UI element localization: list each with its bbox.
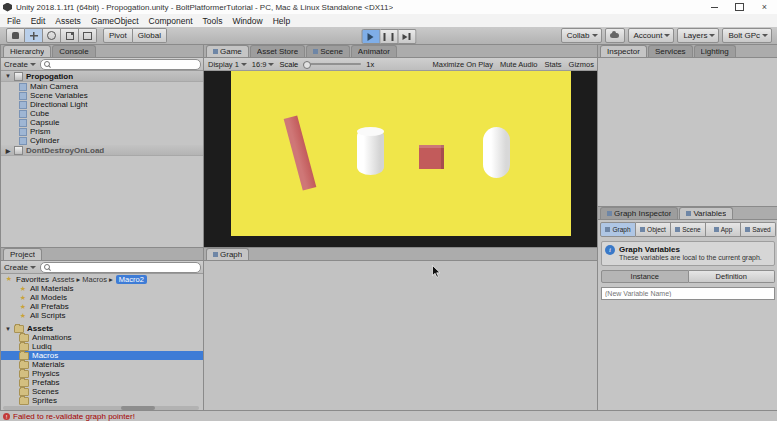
tab-inspector[interactable]: Inspector [600,45,647,57]
tab-variables[interactable]: Variables [679,207,733,219]
graph-canvas[interactable] [204,261,598,411]
hierarchy-search-input[interactable] [52,61,197,68]
folder-prefabs[interactable]: Prefabs [1,378,204,387]
folder-icon [14,325,24,333]
assets-root[interactable]: ▼ Assets [1,324,204,333]
hierarchy-item-main-camera[interactable]: Main Camera [1,82,204,91]
hierarchy-item-cube[interactable]: Cube [1,109,204,118]
project-tabstrip: Project [1,248,204,261]
tab-console[interactable]: Console [52,45,95,57]
scene-header-dontdestroyonload[interactable]: ▶ DontDestroyOnLoad [1,145,204,156]
foldout-closed-icon[interactable]: ▶ [5,147,11,154]
foldout-open-icon[interactable]: ▼ [5,326,11,332]
tab-graph[interactable]: Graph [206,248,249,260]
new-variable-input[interactable] [601,287,775,300]
menu-item-window[interactable]: Window [227,16,267,26]
tab-hierarchy[interactable]: Hierarchy [3,45,51,57]
scale-value: 1x [366,60,374,69]
inspector-panel: Inspector Services Lighting [597,44,777,208]
tab-scene[interactable]: Scene [306,45,350,57]
scope-tab-app[interactable]: App [706,222,741,237]
move-tool-button[interactable] [25,28,43,43]
layers-dropdown[interactable]: Layers [677,28,719,43]
account-dropdown[interactable]: Account [628,28,675,43]
folder-physics[interactable]: Physics [1,369,204,378]
tab-lighting[interactable]: Lighting [694,45,736,57]
step-button[interactable] [398,29,416,44]
menu-item-tools[interactable]: Tools [198,16,228,26]
hierarchy-item-capsule[interactable]: Capsule [1,118,204,127]
gizmos-dropdown[interactable]: Gizmos [569,60,594,69]
menu-item-assets[interactable]: Assets [50,16,86,26]
foldout-open-icon[interactable]: ▼ [5,73,11,79]
aspect-dropdown[interactable]: 16:9 [252,60,275,69]
stats-toggle[interactable]: Stats [544,60,561,69]
favorite-all-materials[interactable]: ★All Materials [1,284,204,293]
global-toggle-button[interactable]: Global [133,28,167,43]
folder-materials[interactable]: Materials [1,360,204,369]
hierarchy-item-scene-variables[interactable]: Scene Variables [1,91,204,100]
favorite-all-prefabs[interactable]: ★All Prefabs [1,302,204,311]
hierarchy-item-prism[interactable]: Prism [1,127,204,136]
folder-macros[interactable]: Macros [1,351,204,360]
statusbar[interactable]: ! Failed to re-validate graph pointer! [0,410,777,421]
tab-project[interactable]: Project [3,248,42,260]
scope-tab-object[interactable]: Object [636,222,671,237]
game-options: Maximize On Play Mute Audio Stats Gizmos [433,60,594,69]
menu-item-component[interactable]: Component [144,16,198,26]
rotate-tool-button[interactable] [43,28,61,43]
folder-scenes[interactable]: Scenes [1,387,204,396]
game-viewport[interactable] [204,71,598,249]
close-button[interactable]: × [752,0,777,14]
favorite-all-scripts[interactable]: ★All Scripts [1,311,204,320]
project-search-input[interactable] [52,264,197,271]
project-create-button[interactable]: Create [4,263,36,272]
minimize-button[interactable] [702,0,727,14]
folder-animations[interactable]: Animations [1,333,204,342]
scope-tab-scene[interactable]: Scene [671,222,706,237]
folder-sprites[interactable]: Sprites [1,396,204,405]
tab-graph-inspector[interactable]: Graph Inspector [600,207,678,219]
play-button[interactable] [361,29,380,44]
menu-item-gameobject[interactable]: GameObject [86,16,144,26]
layout-dropdown[interactable]: Bolt GPc [722,28,772,43]
folder-ludiq[interactable]: Ludiq [1,342,204,351]
display-dropdown[interactable]: Display 1 [208,60,247,69]
scale-slider[interactable] [303,63,361,65]
menu-item-help[interactable]: Help [268,16,295,26]
play-icon [368,33,374,41]
tab-asset-store[interactable]: Asset Store [250,45,305,57]
scene-header-propogation[interactable]: ▼ Propogation [1,71,204,82]
slider-knob[interactable] [303,61,311,69]
hierarchy-create-button[interactable]: Create [4,60,36,69]
menu-item-edit[interactable]: Edit [26,16,51,26]
transform-tools [6,28,97,43]
maximize-on-play-toggle[interactable]: Maximize On Play [433,60,493,69]
rect-tool-button[interactable] [79,28,97,43]
pivot-toggle-button[interactable]: Pivot [103,28,133,43]
scale-tool-button[interactable] [61,28,79,43]
tab-animator[interactable]: Animator [351,45,397,57]
tab-game[interactable]: Game [206,45,249,57]
pause-icon [384,33,394,41]
mode-tab-instance[interactable]: Instance [601,270,689,283]
hierarchy-item-cylinder[interactable]: Cylinder [1,136,204,145]
breadcrumb-path[interactable]: Assets ▸ Macros ▸ [52,275,113,284]
hierarchy-item-directional-light[interactable]: Directional Light [1,100,204,109]
collab-dropdown[interactable]: Collab [561,28,602,43]
project-tree: ★All Materials ★All Models ★All Prefabs … [1,284,204,405]
mute-audio-toggle[interactable]: Mute Audio [500,60,538,69]
scope-tab-saved[interactable]: Saved [741,222,776,237]
maximize-button[interactable] [727,0,752,14]
tab-services[interactable]: Services [648,45,693,57]
hierarchy-searchbox [40,59,201,70]
breadcrumb-selected[interactable]: Macro2 [116,275,147,284]
hand-tool-button[interactable] [6,28,25,43]
favorites-label[interactable]: Favorites [16,275,49,284]
scope-tab-graph[interactable]: Graph [600,222,636,237]
menu-item-file[interactable]: File [2,16,26,26]
mode-tab-definition[interactable]: Definition [689,270,776,283]
pause-button[interactable] [380,29,398,44]
favorite-all-models[interactable]: ★All Models [1,293,204,302]
cloud-button[interactable] [605,28,625,43]
